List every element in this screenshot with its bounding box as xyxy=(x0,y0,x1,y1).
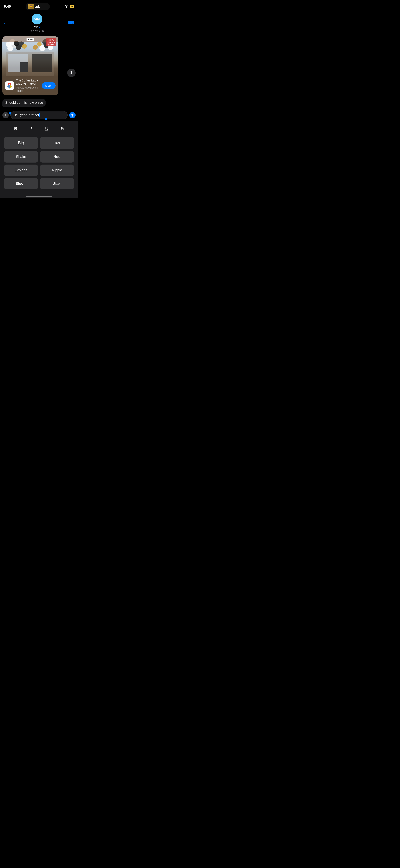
effect-big-button[interactable]: Big xyxy=(4,137,38,149)
di-bar-2 xyxy=(36,6,37,8)
di-app-icon: 🦁 xyxy=(28,4,34,9)
di-bar-1 xyxy=(35,7,36,8)
effect-bloom-button[interactable]: Bloom xyxy=(4,178,38,189)
effects-panel: B I U S Big Small Shake Nod Explode Ripp… xyxy=(0,121,78,194)
back-button[interactable]: ‹ xyxy=(4,21,5,26)
received-bubble: Should try this new place xyxy=(2,99,46,107)
chat-area: HAPPYLIQUOR& WINE LAB The Coffee Lab · xyxy=(0,35,78,109)
effect-small-button[interactable]: Small xyxy=(40,137,74,149)
message-input-wrapper[interactable]: Hell yeah brother xyxy=(10,111,68,119)
contact-location: New York, NY xyxy=(30,29,44,32)
di-audio-bars xyxy=(35,5,40,8)
video-call-button[interactable] xyxy=(68,21,74,26)
sign-overlay: HAPPYLIQUOR& WINE xyxy=(46,38,57,46)
effect-explode-button[interactable]: Explode xyxy=(4,164,38,176)
status-time: 9:45 xyxy=(4,5,11,9)
bold-button[interactable]: B xyxy=(11,124,20,133)
received-message-area: Should try this new place xyxy=(2,97,76,107)
rich-link-card[interactable]: HAPPYLIQUOR& WINE LAB The Coffee Lab · xyxy=(2,36,58,95)
pin-button[interactable] xyxy=(67,69,76,77)
chevron-icon: › xyxy=(39,25,40,28)
coffee-lab-sign: LAB xyxy=(27,38,34,41)
dynamic-island-area: 🦁 xyxy=(26,3,50,10)
rich-link-info: The Coffee Lab · 4.5★(22) · Cafe Places,… xyxy=(2,76,58,95)
effect-nod-button[interactable]: Nod xyxy=(40,151,74,162)
avatar[interactable]: MM xyxy=(32,13,42,24)
dynamic-island: 🦁 xyxy=(26,3,50,10)
text-cursor xyxy=(39,113,40,117)
nav-header: ‹ MM Mia › New York, NY xyxy=(0,11,78,35)
contact-name[interactable]: Mia › xyxy=(34,25,40,29)
selection-handle-right xyxy=(44,118,47,120)
formatting-toolbar: B I U S xyxy=(4,124,74,133)
di-bar-3 xyxy=(37,6,38,8)
wifi-icon xyxy=(65,5,68,8)
di-bar-5 xyxy=(39,7,40,8)
effect-jitter-button[interactable]: Jitter xyxy=(40,178,74,189)
svg-marker-1 xyxy=(72,21,74,24)
input-row: + Hell yeah brother xyxy=(0,109,78,121)
battery-indicator: 62 xyxy=(70,5,74,8)
rich-link-image: HAPPYLIQUOR& WINE LAB xyxy=(2,36,58,76)
underline-button[interactable]: U xyxy=(42,124,51,133)
status-right: 62 xyxy=(65,5,74,8)
home-indicator-area xyxy=(0,194,78,198)
contact-info: MM Mia › New York, NY xyxy=(30,13,44,32)
svg-point-20 xyxy=(37,42,42,46)
message-input-text[interactable]: Hell yeah brother xyxy=(13,113,39,117)
strikethrough-button[interactable]: S xyxy=(58,124,67,133)
effect-ripple-button[interactable]: Ripple xyxy=(40,164,74,176)
home-indicator-bar xyxy=(26,196,53,197)
di-bar-4 xyxy=(38,5,39,8)
svg-rect-5 xyxy=(21,62,28,72)
status-bar: 9:45 🦁 62 xyxy=(0,0,78,11)
link-description: Places, Navigation & Traffic xyxy=(16,86,40,92)
svg-rect-0 xyxy=(68,21,72,24)
open-button[interactable]: Open xyxy=(42,82,56,89)
svg-rect-4 xyxy=(32,54,53,72)
svg-point-18 xyxy=(22,44,27,49)
add-attachment-button[interactable]: + xyxy=(2,112,9,118)
effect-shake-button[interactable]: Shake xyxy=(4,151,38,162)
link-title: The Coffee Lab · 4.5★(22) · Cafe xyxy=(16,79,40,86)
send-button[interactable] xyxy=(69,112,76,118)
selection-handle-left xyxy=(9,112,11,115)
effects-grid: Big Small Shake Nod Explode Ripple Bloom… xyxy=(4,137,74,189)
svg-point-19 xyxy=(33,45,38,50)
link-info: The Coffee Lab · 4.5★(22) · Cafe Places,… xyxy=(16,79,40,93)
maps-app-icon xyxy=(5,81,14,90)
italic-button[interactable]: I xyxy=(27,124,36,133)
